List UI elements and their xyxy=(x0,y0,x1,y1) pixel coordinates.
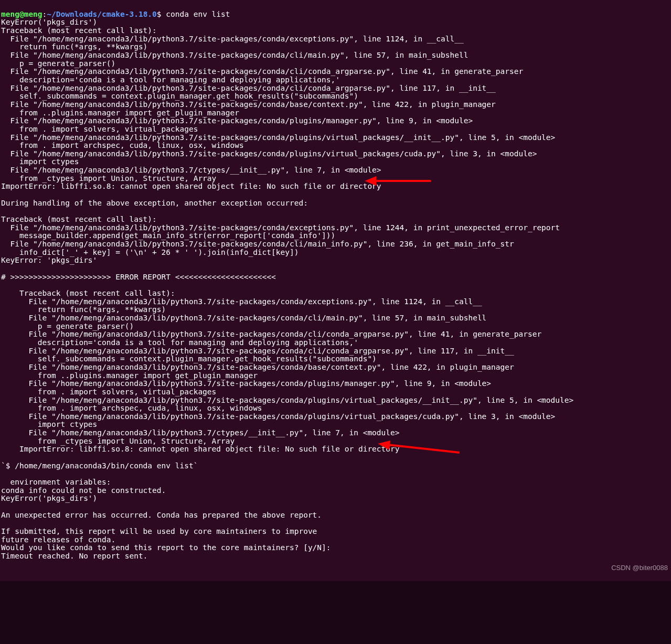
prompt-command: conda env list xyxy=(162,10,230,18)
prompt-path: ~/Downloads/cmake-3.18.0 xyxy=(47,10,157,18)
terminal-output[interactable]: meng@meng:~/Downloads/cmake-3.18.0$ cond… xyxy=(0,0,671,570)
watermark: CSDN @biter0088 xyxy=(611,564,668,572)
prompt-user-host: meng@meng xyxy=(1,10,42,18)
window-bottom-bar xyxy=(0,581,671,644)
prompt-colon: : xyxy=(42,10,47,18)
terminal-lines: KeyError('pkgs_dirs') Traceback (most re… xyxy=(1,18,670,560)
prompt-dollar: $ xyxy=(157,10,162,18)
